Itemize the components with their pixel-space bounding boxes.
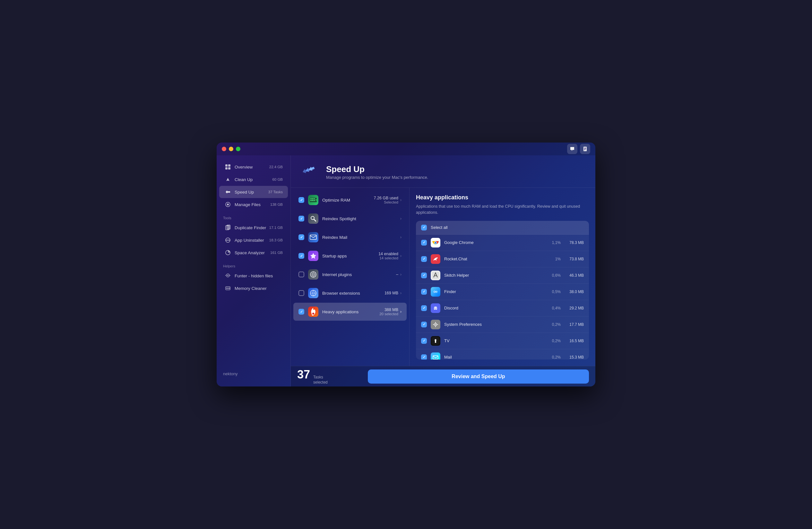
task-item-optimizeram[interactable]: RAM Optimize RAM 7.26 GB used Selected ›: [293, 191, 407, 209]
sidebar-item-memorycleaner[interactable]: Memory Cleaner: [219, 282, 288, 294]
svg-rect-2: [584, 148, 586, 149]
task-item-reindexspotlight[interactable]: Reindex Spotlight ›: [293, 210, 407, 228]
memorycleaner-icon: [224, 285, 231, 292]
sidebar-item-overview-label: Overview: [235, 165, 269, 170]
detail-item-discord[interactable]: Discord 0,4% 29.2 MB: [416, 300, 589, 316]
sidebar-item-managefiles[interactable]: Manage Files 138 GB: [219, 198, 288, 211]
app-window: Overview 22.4 GB Clean Up 60 GB: [217, 143, 595, 386]
chat-icon-button[interactable]: [567, 144, 577, 154]
heavyapplications-icon: [308, 306, 318, 317]
task-checkbox-reindexmail[interactable]: [299, 234, 304, 240]
sidebar-item-spaceanalyzer[interactable]: Space Analyzer 161 GB: [219, 246, 288, 259]
svg-rect-6: [225, 167, 228, 170]
task-item-browserextensions[interactable]: Browser extensions 169 MB ›: [293, 284, 407, 302]
close-button[interactable]: [222, 147, 226, 151]
detail-checkbox-tv[interactable]: [421, 338, 427, 344]
rocketchat-icon: [431, 254, 440, 264]
select-all-label: Select all: [431, 225, 448, 230]
tv-icon: [431, 336, 440, 346]
sidebar-item-speedup-label: Speed Up: [235, 190, 268, 195]
sidebar-item-funter[interactable]: Funter - hidden files: [219, 270, 288, 282]
detail-item-mail[interactable]: Mail 0,2% 15.3 MB: [416, 349, 589, 360]
appuninstaller-icon: [224, 237, 231, 244]
footer-count: 37 Tasks selected: [297, 368, 368, 385]
detail-item-tv[interactable]: TV 0,2% 16.5 MB: [416, 333, 589, 349]
page-header-text: Speed Up Manage programs to optimize you…: [326, 165, 428, 180]
minimize-button[interactable]: [229, 147, 233, 151]
detail-checkbox-skitchhelper[interactable]: [421, 273, 427, 278]
task-item-internetplugins[interactable]: Internet plugins – ›: [293, 266, 407, 283]
sidebar-item-cleanup[interactable]: Clean Up 60 GB: [219, 173, 288, 186]
detail-app-mem-mail: 15.3 MB: [566, 355, 584, 359]
cleanup-icon: [224, 176, 231, 183]
detail-app-name-googlechrome: Google Chrome: [444, 240, 549, 245]
task-checkbox-reindexspotlight[interactable]: [299, 216, 304, 221]
detail-checkbox-finder[interactable]: [421, 289, 427, 295]
task-meta-main-heavyapplications: 388 MB: [379, 308, 398, 312]
detail-app-mem-systempreferences: 17.7 MB: [566, 322, 584, 327]
sidebar-item-speedup[interactable]: Speed Up 37 Tasks: [219, 186, 288, 198]
sidebar-item-appuninstaller-label: App Uninstaller: [235, 238, 269, 243]
detail-checkbox-googlechrome[interactable]: [421, 240, 427, 246]
svg-rect-11: [227, 225, 230, 229]
sidebar-item-duplicatefinder[interactable]: Duplicate Finder 17.1 GB: [219, 221, 288, 234]
docs-icon: [582, 146, 588, 152]
chevron-icon-heavyapplications: ›: [400, 310, 402, 314]
spaceanalyzer-icon: [224, 249, 231, 256]
sidebar-item-appuninstaller[interactable]: App Uninstaller 18.3 GB: [219, 234, 288, 246]
task-item-startupapps[interactable]: Startup apps 14 enabled 14 selected ›: [293, 247, 407, 265]
detail-checkbox-systempreferences[interactable]: [421, 321, 427, 327]
detail-item-skitchhelper[interactable]: Skitch Helper 0,6% 46.3 MB: [416, 267, 589, 284]
svg-rect-22: [228, 288, 229, 289]
task-meta-heavyapplications: 388 MB 20 selected: [379, 308, 398, 316]
chevron-icon-internetplugins: ›: [400, 272, 402, 277]
maximize-button[interactable]: [236, 147, 241, 151]
svg-rect-23: [229, 288, 230, 289]
chevron-icon-reindexspotlight: ›: [400, 216, 402, 221]
select-all-row[interactable]: Select all: [416, 221, 589, 235]
svg-point-16: [227, 275, 229, 276]
sidebar-item-cleanup-label: Clean Up: [235, 177, 272, 182]
task-meta-main-internetplugins: –: [396, 272, 398, 277]
detail-item-googlechrome[interactable]: Google Chrome 1,1% 78.3 MB: [416, 235, 589, 251]
detail-panel: Heavy applications Applications that use…: [409, 188, 595, 366]
task-checkbox-optimizeram[interactable]: [299, 197, 304, 203]
task-checkbox-browserextensions[interactable]: [299, 290, 304, 296]
footer-label-selected: selected: [313, 380, 328, 385]
task-list: RAM Optimize RAM 7.26 GB used Selected ›: [291, 188, 409, 366]
optimizeram-icon: RAM: [308, 195, 318, 205]
discord-icon: [431, 303, 440, 313]
sidebar-item-spaceanalyzer-label: Space Analyzer: [235, 251, 270, 255]
task-checkbox-startupapps[interactable]: [299, 253, 304, 259]
task-checkbox-internetplugins[interactable]: [299, 272, 304, 277]
select-all-checkbox[interactable]: [421, 225, 427, 230]
svg-rect-1: [584, 148, 586, 148]
review-speedup-button[interactable]: Review and Speed Up: [368, 370, 589, 384]
docs-icon-button[interactable]: [580, 144, 590, 154]
main-content: Overview 22.4 GB Clean Up 60 GB: [217, 155, 595, 386]
task-label-optimizeram: Optimize RAM: [322, 198, 374, 202]
svg-rect-26: [312, 198, 313, 199]
svg-point-59: [435, 324, 436, 325]
svg-rect-21: [227, 288, 228, 289]
detail-item-finder[interactable]: Finder 0,5% 38.0 MB: [416, 284, 589, 300]
sidebar-item-cleanup-badge: 60 GB: [272, 177, 283, 181]
svg-rect-27: [314, 198, 315, 199]
detail-checkbox-discord[interactable]: [421, 305, 427, 311]
page-title: Speed Up: [326, 165, 428, 174]
finder-icon: [431, 287, 440, 297]
sidebar-item-overview[interactable]: Overview 22.4 GB: [219, 161, 288, 173]
svg-point-9: [227, 203, 229, 205]
detail-title: Heavy applications: [416, 194, 589, 201]
task-item-heavyapplications[interactable]: Heavy applications 388 MB 20 selected ›: [293, 303, 407, 321]
traffic-lights: [222, 147, 241, 151]
detail-item-rocketchat[interactable]: Rocket.Chat 1% 73.8 MB: [416, 251, 589, 267]
detail-app-name-discord: Discord: [444, 305, 549, 310]
toolbar-icons: [567, 144, 590, 154]
task-label-internetplugins: Internet plugins: [322, 272, 396, 277]
detail-item-systempreferences[interactable]: System Preferences 0,2% 17.7 MB: [416, 316, 589, 333]
detail-checkbox-mail[interactable]: [421, 354, 427, 360]
task-checkbox-heavyapplications[interactable]: [299, 309, 304, 315]
task-item-reindexmail[interactable]: Reindex Mail ›: [293, 228, 407, 246]
detail-checkbox-rocketchat[interactable]: [421, 256, 427, 262]
